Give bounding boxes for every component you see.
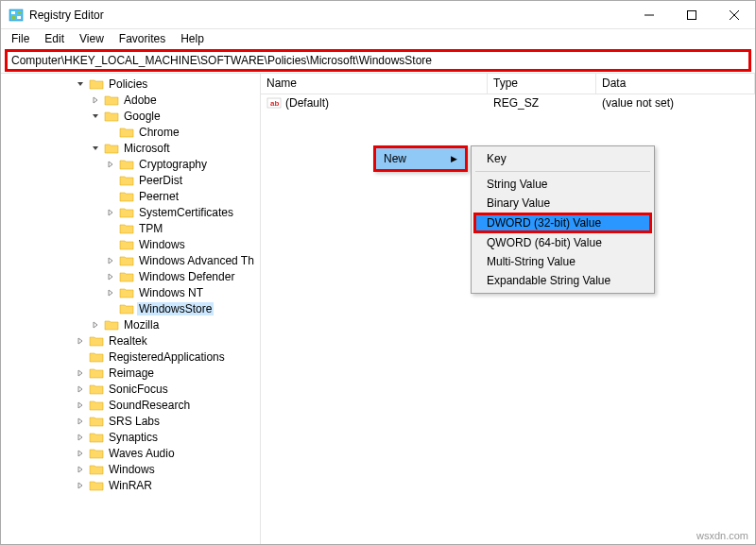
tree-label: SonicFocus	[107, 383, 170, 396]
chevron-right-icon[interactable]	[75, 434, 86, 441]
chevron-down-icon[interactable]	[90, 145, 101, 152]
tree-label: TPM	[137, 222, 164, 235]
menu-view[interactable]: View	[73, 30, 111, 47]
column-type[interactable]: Type	[488, 74, 596, 94]
tree-node-realtek[interactable]: Realtek	[1, 332, 260, 349]
tree-node-windows[interactable]: Windows	[1, 461, 260, 477]
close-button[interactable]	[713, 1, 755, 28]
tree-label: Policies	[107, 77, 149, 91]
tree-node-cryptography[interactable]: Cryptography	[1, 156, 260, 172]
column-data[interactable]: Data	[596, 74, 755, 94]
tree-node-windows-advanced-th[interactable]: Windows Advanced Th	[1, 252, 260, 268]
chevron-right-icon[interactable]	[75, 450, 86, 457]
value-name-cell: ab (Default)	[261, 95, 488, 111]
tree-label: Windows	[137, 238, 187, 251]
tree-label: Chrome	[137, 126, 181, 139]
tree-node-waves-audio[interactable]: Waves Audio	[1, 445, 260, 461]
tree-label: Cryptography	[137, 158, 209, 171]
svg-rect-4	[17, 16, 21, 19]
submenu-item-key[interactable]: Key	[473, 149, 652, 168]
folder-icon	[89, 77, 104, 91]
chevron-down-icon[interactable]	[75, 80, 86, 88]
chevron-right-icon[interactable]	[75, 369, 86, 377]
chevron-right-icon[interactable]	[105, 289, 116, 297]
chevron-right-icon[interactable]	[105, 161, 116, 168]
list-panel[interactable]: Name Type Data ab (Default) REG_SZ (valu…	[261, 74, 755, 544]
folder-icon	[89, 479, 104, 492]
chevron-right-icon[interactable]	[75, 417, 86, 425]
folder-icon	[119, 174, 134, 187]
minimize-button[interactable]	[627, 1, 670, 28]
chevron-right-icon[interactable]	[90, 96, 101, 104]
tree-node-google[interactable]: Google	[1, 108, 260, 124]
column-name[interactable]: Name	[261, 74, 488, 94]
chevron-right-icon[interactable]	[75, 466, 86, 473]
folder-icon	[119, 222, 134, 235]
folder-icon	[89, 334, 104, 348]
tree-node-peernet[interactable]: Peernet	[1, 188, 260, 204]
list-row[interactable]: ab (Default) REG_SZ (value not set)	[261, 94, 755, 111]
menu-item-label: New	[384, 152, 406, 165]
tree-label: Windows	[107, 463, 157, 476]
tree-node-sonicfocus[interactable]: SonicFocus	[1, 381, 260, 397]
tree-node-microsoft[interactable]: Microsoft	[1, 140, 260, 156]
tree-node-windows-nt[interactable]: Windows NT	[1, 284, 260, 300]
folder-icon	[119, 254, 134, 267]
submenu-item-dword-32-bit-value[interactable]: DWORD (32-bit) Value	[473, 213, 652, 233]
tree-node-srs-labs[interactable]: SRS Labs	[1, 413, 260, 429]
tree-label: Synaptics	[107, 431, 160, 444]
context-submenu-new: KeyString ValueBinary ValueDWORD (32-bit…	[471, 145, 655, 294]
chevron-right-icon[interactable]	[90, 321, 101, 329]
chevron-right-icon[interactable]	[75, 401, 86, 409]
menu-item-new[interactable]: New ▶	[376, 148, 465, 169]
context-menu-new: New ▶	[373, 145, 468, 172]
tree-label: Mozilla	[122, 318, 161, 332]
tree-node-peerdist[interactable]: PeerDist	[1, 172, 260, 188]
tree-node-soundresearch[interactable]: SoundResearch	[1, 397, 260, 413]
submenu-item-multi-string-value[interactable]: Multi-String Value	[473, 252, 652, 271]
tree-node-registeredapplications[interactable]: RegisteredApplications	[1, 349, 260, 365]
tree-node-chrome[interactable]: Chrome	[1, 124, 260, 140]
window-controls	[627, 1, 755, 28]
menu-file[interactable]: File	[5, 30, 36, 47]
folder-icon	[119, 126, 134, 139]
value-data: (value not set)	[596, 95, 755, 111]
chevron-right-icon[interactable]	[75, 385, 86, 393]
list-header: Name Type Data	[261, 74, 755, 94]
submenu-item-expandable-string-value[interactable]: Expandable String Value	[473, 271, 652, 290]
tree-node-policies[interactable]: Policies	[1, 76, 260, 92]
menu-help[interactable]: Help	[174, 30, 211, 47]
tree-node-synaptics[interactable]: Synaptics	[1, 429, 260, 445]
tree-label: Windows NT	[137, 286, 205, 299]
submenu-item-qword-64-bit-value[interactable]: QWORD (64-bit) Value	[473, 233, 652, 252]
tree-node-windows[interactable]: Windows	[1, 236, 260, 252]
chevron-right-icon[interactable]	[105, 257, 116, 264]
tree-node-mozilla[interactable]: Mozilla	[1, 316, 260, 332]
svg-text:ab: ab	[270, 99, 279, 108]
chevron-right-icon[interactable]	[105, 209, 116, 216]
tree-label: Windows Advanced Th	[137, 254, 256, 267]
tree-node-windows-defender[interactable]: Windows Defender	[1, 268, 260, 284]
tree-label: Realtek	[107, 334, 149, 348]
folder-icon	[119, 206, 134, 219]
tree-panel[interactable]: PoliciesAdobeGoogleChromeMicrosoftCrypto…	[1, 74, 261, 544]
chevron-right-icon[interactable]	[75, 337, 86, 345]
tree-node-systemcertificates[interactable]: SystemCertificates	[1, 204, 260, 220]
tree-node-winrar[interactable]: WinRAR	[1, 477, 260, 493]
submenu-item-string-value[interactable]: String Value	[473, 175, 652, 194]
chevron-right-icon[interactable]	[75, 482, 86, 489]
submenu-item-binary-value[interactable]: Binary Value	[473, 194, 652, 213]
menu-edit[interactable]: Edit	[38, 30, 71, 47]
tree-node-reimage[interactable]: Reimage	[1, 365, 260, 381]
maximize-button[interactable]	[670, 1, 713, 28]
tree-node-tpm[interactable]: TPM	[1, 220, 260, 236]
tree-node-windowsstore[interactable]: WindowsStore	[1, 300, 260, 316]
chevron-down-icon[interactable]	[90, 112, 101, 120]
chevron-right-icon[interactable]	[105, 273, 116, 281]
folder-icon	[104, 142, 119, 155]
menu-favorites[interactable]: Favorites	[112, 30, 172, 47]
address-bar[interactable]: Computer\HKEY_LOCAL_MACHINE\SOFTWARE\Pol…	[5, 49, 751, 72]
tree-node-adobe[interactable]: Adobe	[1, 92, 260, 108]
folder-icon	[89, 383, 104, 396]
tree-label: SystemCertificates	[137, 206, 235, 219]
